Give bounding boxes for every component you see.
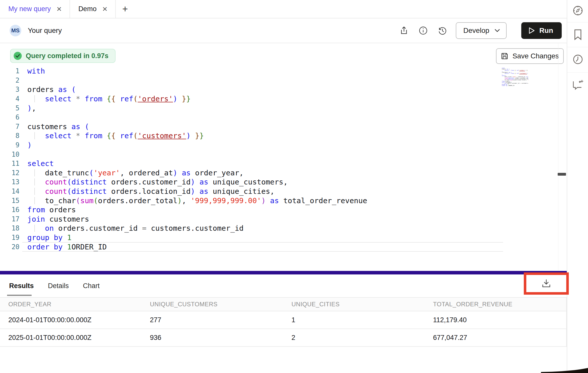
code-token	[191, 131, 195, 140]
indent-guide	[34, 95, 35, 102]
code-token: )	[191, 187, 195, 196]
code-token: )	[191, 178, 195, 186]
code-token: from	[27, 205, 45, 214]
code-token: (	[133, 95, 138, 103]
code-token	[102, 131, 107, 140]
code-line: 18 on orders.customer_id = customers.cus…	[0, 224, 506, 233]
share-icon[interactable]	[398, 25, 410, 36]
code-token: 'orders'	[138, 95, 173, 103]
minimap[interactable]: withorders as ( select * from {{ ref('or…	[502, 68, 529, 93]
info-icon[interactable]	[417, 25, 429, 36]
code-token	[80, 131, 85, 140]
history-icon[interactable]	[437, 25, 448, 36]
minimap-line: select * from {{ ref('orders') }}	[502, 70, 529, 71]
code-line: 4 select * from {{ ref('orders') }}	[0, 94, 506, 104]
table-row[interactable]: 2024-01-01T00:00:00.000Z2771112,179.40	[0, 311, 566, 329]
header-actions: Develop Run	[398, 22, 562, 39]
code-token: select	[27, 159, 54, 168]
line-content: group by 1	[27, 233, 72, 242]
close-icon[interactable]: ✕	[56, 6, 62, 12]
line-content: )	[27, 141, 32, 149]
code-token: ,	[182, 196, 191, 205]
code-token: customers	[27, 122, 72, 131]
line-content: from orders	[27, 205, 76, 214]
code-line: 14 count(distinct orders.location_id) as…	[0, 187, 506, 196]
line-number: 2	[0, 77, 19, 84]
code-token: order by	[27, 243, 63, 251]
code-token: with	[27, 67, 45, 75]
code-token: (	[67, 187, 71, 196]
bookmark-icon[interactable]	[567, 27, 588, 42]
query-header: MS Your query	[0, 18, 567, 43]
results-tab-bar: ResultsDetailsChart	[9, 278, 100, 293]
code-token: count	[45, 178, 67, 186]
code-token: unique_customers,	[208, 178, 288, 186]
code-token: }	[199, 131, 204, 140]
results-panel: ResultsDetailsChart ORDER_YEARUNIQUE_CUS…	[0, 274, 567, 373]
code-lines[interactable]: 1with23orders as (4 select * from {{ ref…	[0, 66, 506, 251]
run-button[interactable]: Run	[521, 22, 562, 39]
chat-sparkle-icon[interactable]	[567, 77, 588, 92]
code-token: orders	[45, 205, 76, 214]
code-token: (	[133, 131, 138, 140]
clock-icon[interactable]	[567, 52, 588, 67]
column-header: UNIQUE_CUSTOMERS	[142, 301, 283, 308]
code-token: distinct	[72, 178, 107, 186]
table-row[interactable]: 2025-01-01T00:00:00.000Z9362677,047.27	[0, 329, 566, 347]
line-content: count(distinct orders.customer_id) as un…	[27, 178, 288, 186]
line-number: 11	[0, 160, 19, 167]
compass-icon[interactable]	[567, 3, 588, 18]
results-panel-divider[interactable]	[0, 271, 567, 274]
code-token: from	[85, 95, 102, 103]
code-line: 1with	[0, 66, 506, 76]
new-tab-button[interactable]: +	[116, 0, 134, 18]
code-token	[27, 178, 45, 186]
code-line: 10	[0, 150, 506, 159]
save-changes-button[interactable]: Save Changes	[496, 48, 564, 64]
line-number: 9	[0, 141, 19, 149]
line-content: select	[27, 159, 54, 168]
code-token	[27, 131, 45, 140]
sql-editor[interactable]: Query completed in 0.97s Save Changes 1w…	[0, 43, 567, 271]
avatar: MS	[10, 25, 21, 36]
table-cell: 2	[283, 334, 425, 342]
line-number: 5	[0, 104, 19, 112]
minimap-line: order by 1ORDER_ID	[502, 85, 529, 86]
code-token: {	[107, 131, 111, 140]
code-token	[63, 243, 67, 251]
editor-tab-demo[interactable]: Demo✕	[70, 0, 116, 18]
develop-label: Develop	[463, 27, 489, 35]
code-line: 13 count(distinct orders.customer_id) as…	[0, 177, 506, 187]
code-token: (	[85, 122, 89, 131]
code-line: 7customers as (	[0, 122, 506, 131]
tab-results[interactable]: Results	[9, 278, 34, 293]
save-icon	[501, 52, 508, 60]
code-token: (	[76, 196, 80, 205]
line-content: date_trunc('year', ordered_at) as order_…	[27, 169, 244, 177]
code-token: }	[186, 95, 191, 103]
tab-details[interactable]: Details	[48, 278, 69, 293]
line-content: count(distinct orders.location_id) as un…	[27, 187, 275, 196]
line-content: select * from {{ ref('customers') }}	[27, 131, 204, 140]
tab-chart[interactable]: Chart	[83, 278, 100, 293]
page-title: Your query	[28, 27, 62, 35]
code-token	[27, 169, 45, 177]
minimap-token: select	[505, 70, 509, 71]
line-content: customers as (	[27, 122, 89, 131]
code-token: as	[199, 178, 208, 186]
line-content: orders as (	[27, 85, 76, 94]
download-results-button[interactable]	[526, 275, 566, 292]
chevron-down-icon	[494, 29, 500, 32]
table-cell: 277	[142, 316, 283, 324]
code-token	[177, 95, 182, 103]
panel-resize-handle[interactable]	[558, 173, 566, 176]
close-icon[interactable]: ✕	[102, 6, 108, 12]
code-token: orders.customer_id	[107, 178, 191, 186]
develop-dropdown[interactable]: Develop	[456, 22, 507, 39]
code-token	[80, 122, 85, 131]
code-token: as	[182, 169, 191, 177]
table-cell: 2025-01-01T00:00:00.000Z	[0, 334, 142, 342]
editor-tab-my-new-query[interactable]: My new query✕	[0, 0, 70, 18]
line-number: 12	[0, 169, 19, 177]
code-token: ORDER_ID	[72, 243, 107, 251]
